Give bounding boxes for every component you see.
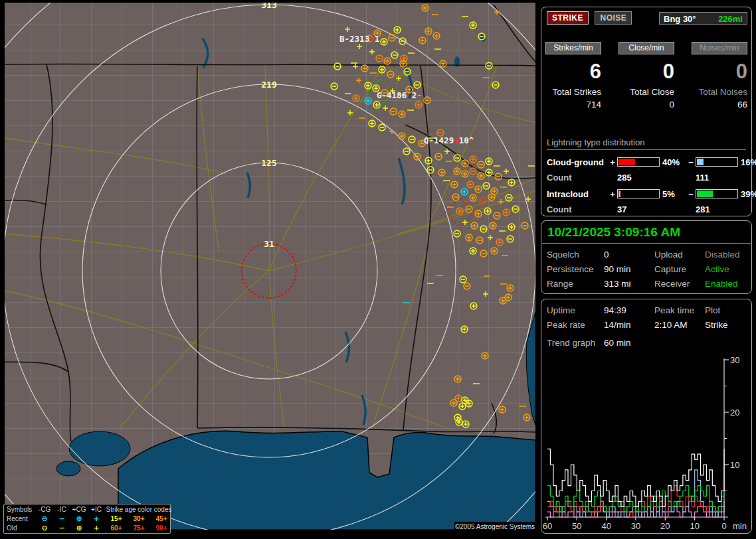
lake-pontchartrain: [69, 431, 130, 466]
status-persistence: Persistence: [547, 264, 604, 274]
status-panel: 10/21/2025 3:09:16 AM Squelch0UploadDisa…: [541, 220, 752, 294]
distribution-section: Lightning type distribution Cloud-ground…: [547, 137, 746, 219]
legend-pic-label: +IC: [88, 505, 105, 514]
rate-value: 6: [545, 58, 601, 85]
strikes-min-chip: Strikes/min: [545, 42, 601, 54]
legend-age-row-label: Old: [7, 524, 36, 533]
map-canvas[interactable]: B-2313+1-G-4186 2-Q-1429+10^ 31125219313: [0, 0, 535, 532]
bearing-label: Bng 30°: [664, 14, 696, 24]
y-tick-10: 10: [730, 460, 739, 470]
status-grid: Squelch0UploadDisabledPersistence90 minC…: [541, 244, 751, 289]
count-row-2: Count37281: [547, 202, 746, 216]
legend-age-row-label: Recent: [7, 514, 36, 524]
legend-ncg-label: -CG: [36, 505, 53, 514]
age-code-15plus: 15+: [105, 514, 128, 524]
stat-column-2: Close/min0Total Close0: [618, 42, 674, 110]
status-capture: Capture: [654, 264, 705, 274]
age-code-75plus: 75+: [128, 524, 150, 533]
legend-header-row: Symbols -CG -IC +CG +IC Strike age color…: [7, 505, 170, 514]
minus-bar: [696, 189, 738, 198]
datetime-display: 10/21/2025 3:09:16 AM: [542, 221, 751, 244]
y-tick-30: 30: [730, 356, 739, 365]
storm-cell-label: B-2313+1-: [339, 34, 385, 44]
status-active: Active: [705, 264, 746, 274]
minus-count: 111: [696, 173, 756, 183]
noise-toggle-button[interactable]: NOISE: [595, 11, 632, 25]
stat-column-3: Noises/min0Total Noises66: [692, 42, 747, 110]
total-value: 0: [618, 100, 674, 110]
age-code-60plus: 60+: [105, 524, 128, 533]
status-0: 0: [604, 250, 654, 260]
plus-sign: +: [608, 157, 617, 167]
status-disabled: Disabled: [705, 250, 746, 260]
uptime-uptime: Uptime: [547, 305, 604, 315]
uptime-peak-rate: Peak rate: [547, 320, 604, 330]
ring-label-313: 313: [261, 0, 276, 10]
distribution-row-2: Intracloud+5%−39%: [547, 187, 746, 200]
total-value: 714: [545, 100, 601, 110]
uptime-peak-time: Peak time: [654, 305, 705, 315]
rate-columns: Strikes/min6Total Strikes714Close/min0To…: [545, 42, 747, 110]
legend-row-old: Old⊖−⊕+60+75+90+: [7, 524, 170, 533]
uptime-94-39: 94:39: [604, 305, 654, 315]
noises-min-chip: Noises/min: [692, 42, 747, 54]
plus-sign: +: [608, 189, 617, 199]
minus-sign: −: [686, 157, 696, 167]
copyright-text: ©2005 Astrogenic Systems: [454, 522, 535, 532]
legend-symbols-label: Symbols: [7, 505, 36, 514]
nic-symbol-icon: −: [53, 524, 70, 533]
close-min-chip: Close/min: [618, 42, 674, 54]
distribution-title: Lightning type distribution: [547, 137, 746, 150]
strike-toggle-button[interactable]: STRIKE: [547, 11, 589, 25]
status-313-mi: 313 mi: [604, 279, 654, 289]
trend-chart: 1020306050403020100min: [541, 356, 751, 534]
rate-value: 0: [692, 58, 747, 85]
minus-percent: 16%: [738, 157, 756, 167]
ncg-symbol-icon: ⊖: [36, 524, 53, 533]
status-receiver: Receiver: [654, 279, 705, 289]
plus-bar: [617, 189, 660, 198]
status-90-min: 90 min: [604, 264, 654, 274]
x-axis-unit: min: [733, 521, 747, 531]
plus-bar: [617, 157, 660, 167]
status-enabled: Enabled: [705, 279, 746, 289]
uptime-grid: Uptime94:39Peak timePlotPeak rate14/min2…: [541, 299, 751, 330]
trend-graph-row: Trend graph 60 min: [541, 330, 751, 348]
trend-panel: Uptime94:39Peak timePlotPeak rate14/min2…: [541, 299, 752, 534]
ring-label-125: 125: [261, 158, 276, 168]
ncg-symbol-icon: ⊖: [36, 514, 53, 524]
stat-column-1: Strikes/min6Total Strikes714: [545, 42, 601, 110]
x-tick-40: 40: [601, 521, 611, 531]
y-tick-20: 20: [730, 408, 739, 418]
status-upload: Upload: [654, 250, 705, 260]
plus-bar-fill: [618, 191, 620, 197]
bearing-display: Bng 30° 226mi: [659, 12, 747, 25]
x-tick-30: 30: [631, 521, 640, 531]
distribution-type-name: Intracloud: [547, 189, 608, 199]
legend-pcg-label: +CG: [70, 505, 88, 514]
symbol-legend: Symbols -CG -IC +CG +IC Strike age color…: [3, 504, 171, 534]
legend-nic-label: -IC: [53, 505, 70, 514]
total-label: Total Close: [618, 87, 674, 97]
count-label: Count: [547, 204, 608, 214]
ring-label-31: 31: [264, 239, 274, 249]
count-row-1: Count285111: [547, 170, 746, 185]
distribution-row-1: Cloud-ground+40%−16%: [547, 155, 746, 169]
uptime-2-10-am: 2:10 AM: [654, 320, 705, 330]
x-tick-50: 50: [572, 521, 581, 531]
legend-row-recent: Recent⊖−⊕+15+30+45+: [7, 514, 170, 524]
uptime-14-min: 14/min: [604, 320, 654, 330]
trend-graph-label: Trend graph: [547, 338, 604, 348]
x-tick-60: 60: [543, 521, 552, 531]
total-label: Total Noises: [692, 87, 747, 97]
minus-bar-fill: [697, 191, 713, 197]
minus-count: 281: [696, 204, 756, 214]
ring-label-219: 219: [261, 80, 276, 90]
status-range: Range: [547, 279, 604, 289]
pic-symbol-icon: +: [88, 514, 105, 524]
plus-count: 285: [617, 173, 686, 183]
strike-map[interactable]: B-2313+1-G-4186 2-Q-1429+10^ 31125219313…: [0, 0, 535, 532]
count-label: Count: [547, 173, 608, 183]
pic-symbol-icon: +: [88, 524, 105, 533]
x-tick-20: 20: [660, 521, 670, 531]
